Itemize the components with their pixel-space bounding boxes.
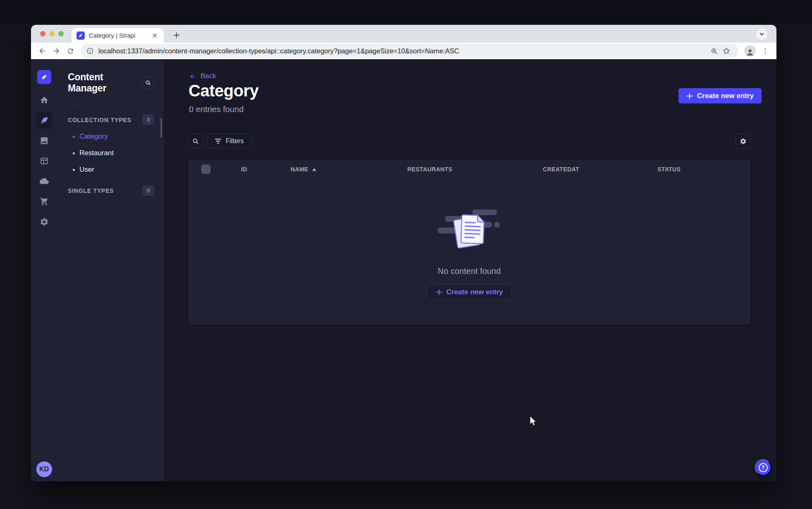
bullet-icon — [73, 152, 75, 154]
window-controls — [40, 31, 64, 36]
empty-create-entry-button[interactable]: Create new entry — [427, 284, 512, 300]
collection-types-label: COLLECTION TYPES — [68, 117, 131, 123]
minimize-window-button[interactable] — [49, 31, 55, 36]
column-header-name[interactable]: NAME — [291, 166, 407, 173]
zoom-page-icon[interactable] — [708, 45, 720, 57]
bullet-icon — [73, 169, 75, 171]
bookmark-star-icon[interactable] — [720, 45, 733, 57]
back-link[interactable]: Back — [189, 72, 216, 80]
create-new-entry-label: Create new entry — [697, 92, 754, 100]
filter-icon — [215, 138, 222, 144]
main-content: Back Category 0 entries found Create new… — [163, 59, 776, 481]
single-types-label: SINGLE TYPES — [68, 187, 114, 194]
panel-divider — [68, 104, 78, 105]
browser-tab-bar: Category | Strapi — [31, 25, 776, 43]
desktop: Category | Strapi — [0, 0, 812, 509]
tab-close-icon[interactable] — [150, 31, 159, 40]
sidebar-item-label: User — [79, 166, 94, 174]
sidebar-item-restaurant[interactable]: Restaurant — [57, 145, 163, 161]
media-library-icon[interactable] — [36, 132, 53, 149]
sidebar-item-label: Category — [79, 132, 108, 141]
maximize-window-button[interactable] — [58, 31, 64, 36]
plus-icon — [686, 93, 693, 99]
search-icon — [192, 138, 199, 144]
panel-search-button[interactable] — [142, 77, 154, 89]
empty-create-entry-label: Create new entry — [447, 288, 503, 296]
url-text[interactable]: localhost:1337/admin/content-manager/col… — [98, 47, 708, 55]
column-header-id[interactable]: ID — [241, 166, 291, 173]
sidebar-item-label: Restaurant — [79, 149, 114, 157]
column-header-createdat[interactable]: CREATEDAT — [543, 166, 657, 173]
help-button[interactable]: ? — [755, 459, 771, 476]
page-title: Category — [189, 82, 258, 100]
tab-title: Category | Strapi — [89, 32, 150, 39]
main-nav-rail: KD — [31, 59, 57, 481]
url-bar[interactable]: localhost:1337/admin/content-manager/col… — [81, 44, 738, 58]
strapi-logo[interactable] — [37, 70, 51, 84]
empty-state: No content found Create new entry — [188, 179, 750, 325]
marketplace-icon[interactable] — [36, 193, 53, 210]
empty-state-message: No content found — [438, 267, 501, 276]
close-window-button[interactable] — [40, 31, 45, 36]
content-manager-panel: Content Manager COLLECTION TYPES 3 Categ… — [57, 59, 163, 481]
filters-button[interactable]: Filters — [207, 134, 252, 149]
create-new-entry-button[interactable]: Create new entry — [678, 88, 762, 103]
desktop-background-strip — [0, 0, 812, 23]
cloud-icon[interactable] — [36, 173, 53, 190]
single-types-count-badge: 0 — [142, 185, 154, 196]
forward-nav-icon[interactable] — [49, 44, 63, 58]
user-avatar[interactable]: KD — [36, 461, 52, 477]
select-all-checkbox[interactable] — [201, 165, 210, 174]
table-header-row: ID NAME RESTAURANTS CREATEDAT STATUS — [188, 160, 750, 179]
back-arrow-icon — [189, 73, 196, 79]
browser-window: Category | Strapi — [31, 25, 776, 481]
panel-title: Content Manager — [68, 72, 142, 94]
sort-asc-icon — [312, 168, 316, 171]
strapi-app: KD Content Manager COLLECTION TYPES 3 — [31, 59, 776, 481]
sidebar-item-user[interactable]: User — [57, 161, 163, 178]
content-manager-icon[interactable] — [36, 112, 53, 129]
entries-table: ID NAME RESTAURANTS CREATEDAT STATUS — [188, 160, 750, 325]
plus-icon — [436, 289, 442, 295]
bullet-icon — [73, 136, 75, 138]
column-header-restaurants[interactable]: RESTAURANTS — [407, 166, 543, 173]
strapi-favicon-icon — [76, 31, 85, 40]
tab-search-chevron-icon[interactable] — [756, 29, 767, 40]
filters-label: Filters — [226, 137, 244, 145]
search-button[interactable] — [188, 134, 203, 149]
browser-tab[interactable]: Category | Strapi — [72, 28, 164, 43]
reload-icon[interactable] — [63, 44, 77, 58]
sidebar-item-category[interactable]: Category — [57, 128, 163, 145]
empty-documents-illustration — [437, 206, 502, 257]
home-icon[interactable] — [36, 92, 53, 108]
collection-types-count-badge: 3 — [142, 115, 154, 125]
collection-types-list: Category Restaurant User — [57, 128, 163, 178]
panel-scrollbar-thumb[interactable] — [160, 118, 162, 138]
new-tab-button[interactable] — [171, 29, 182, 41]
content-type-builder-icon[interactable] — [36, 153, 53, 169]
column-header-name-label: NAME — [291, 166, 308, 173]
settings-icon[interactable] — [36, 214, 53, 230]
site-info-icon[interactable] — [86, 47, 94, 55]
cog-icon — [740, 138, 747, 145]
browser-profile-avatar[interactable] — [744, 45, 756, 57]
browser-toolbar: localhost:1337/admin/content-manager/col… — [31, 43, 776, 59]
browser-menu-icon[interactable] — [758, 44, 772, 58]
view-settings-button[interactable] — [736, 134, 750, 149]
back-nav-icon[interactable] — [35, 44, 49, 58]
column-header-status[interactable]: STATUS — [657, 166, 750, 173]
back-label: Back — [201, 72, 216, 80]
question-mark-icon: ? — [759, 463, 768, 472]
rail-divider — [36, 89, 53, 89]
entries-count: 0 entries found — [189, 105, 244, 114]
rail-bottom-divider — [36, 456, 53, 457]
